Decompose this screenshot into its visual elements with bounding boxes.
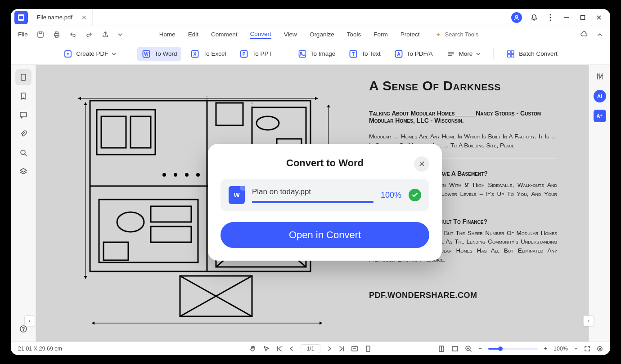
svg-rect-37 [20,112,27,117]
prev-page-icon[interactable] [289,346,294,351]
svg-point-78 [601,75,603,76]
first-page-icon[interactable] [276,346,283,352]
zoom-dropdown-icon[interactable] [574,347,578,351]
app-logo-icon [14,11,28,24]
to-pdfa-button[interactable]: A To PDF/A [390,47,437,61]
thumbnails-icon[interactable] [15,69,32,85]
right-sidebar: AI A⁺ [589,65,610,342]
bookmarks-icon[interactable] [15,88,32,104]
comments-icon[interactable] [15,107,32,123]
svg-text:T: T [352,52,355,57]
svg-rect-23 [299,50,306,57]
view-mode-icon[interactable] [451,345,459,352]
window-close-icon[interactable] [595,13,603,22]
svg-point-76 [597,75,598,76]
svg-point-4 [550,17,551,18]
menu-organize[interactable]: Organize [310,30,334,39]
zoom-minus-icon[interactable]: − [478,346,482,352]
to-text-label: To Text [361,50,381,57]
more-button[interactable]: More [442,47,486,61]
read-mode-icon[interactable] [438,345,445,352]
share-icon[interactable] [102,31,109,38]
to-image-label: To Image [310,50,336,57]
to-ppt-button[interactable]: P To PPT [235,47,276,61]
window-minimize-icon[interactable] [562,13,571,22]
quick-dropdown-icon[interactable] [118,32,122,37]
search-sidebar-icon[interactable] [15,145,32,161]
menu-comment[interactable]: Comment [211,30,238,39]
svg-rect-82 [366,346,370,351]
menu-edit[interactable]: Edit [188,30,198,39]
svg-point-53 [117,212,144,232]
settings-gear-icon[interactable] [597,346,603,352]
sidebar-collapse-right-icon[interactable]: › [583,315,594,326]
menu-tools[interactable]: Tools [347,30,361,39]
save-icon[interactable] [37,31,44,38]
zoom-plus-icon[interactable]: + [544,346,547,352]
window-maximize-icon[interactable] [579,13,587,22]
document-tab[interactable]: File name.pdf ✕ [32,9,93,26]
fullscreen-icon[interactable] [584,346,590,352]
bell-icon[interactable] [530,13,538,22]
file-menu[interactable]: File [18,31,28,38]
tab-close-icon[interactable]: ✕ [81,14,87,21]
menu-protect[interactable]: Protect [400,30,420,39]
batch-convert-button[interactable]: Batch Convert [502,47,562,61]
open-in-convert-button[interactable]: Open in Convert [220,222,429,248]
select-tool-icon[interactable] [263,345,270,352]
redo-icon[interactable] [86,31,93,38]
fit-page-icon[interactable] [364,345,372,352]
svg-rect-34 [508,54,510,57]
adjust-icon[interactable] [594,70,606,83]
zoom-slider[interactable] [488,348,538,350]
to-word-button[interactable]: W To Word [137,47,181,61]
page-dimensions: 21.01 X 29.69 cm [18,346,62,352]
menu-form[interactable]: Form [374,30,388,39]
tab-filename: File name.pdf [37,14,72,21]
menu-bar: File Home Edit Comment Convert View Orga… [11,26,610,43]
attachments-icon[interactable] [15,126,32,142]
menu-convert[interactable]: Convert [250,30,271,39]
modal-filename: Plan on today.ppt [252,187,374,196]
modal-close-icon[interactable]: ✕ [414,156,429,172]
svg-rect-10 [38,32,43,37]
last-page-icon[interactable] [338,346,345,352]
translate-icon[interactable]: A⁺ [594,110,606,122]
search-tools-input[interactable] [445,31,490,38]
svg-line-39 [25,154,27,156]
batch-convert-label: Batch Convert [519,50,558,57]
undo-icon[interactable] [69,31,76,38]
chevron-up-icon[interactable] [597,31,603,38]
zoom-value[interactable]: 100% [554,346,568,352]
modal-title: Convert to Word [286,157,364,169]
hand-tool-icon[interactable] [249,345,256,352]
to-excel-button[interactable]: X To Excel [186,47,230,61]
page-indicator[interactable]: 1/1 [301,344,320,353]
layers-icon[interactable] [15,164,32,180]
print-icon[interactable] [53,31,60,38]
menu-view[interactable]: View [284,30,297,39]
to-image-button[interactable]: To Image [293,47,340,61]
menu-home[interactable]: Home [159,30,176,39]
svg-point-2 [516,15,518,18]
kebab-menu-icon[interactable] [546,13,554,22]
svg-point-24 [300,52,302,53]
word-file-icon: W [229,186,245,204]
cloud-sync-icon[interactable] [580,31,588,39]
next-page-icon[interactable] [327,346,332,351]
svg-point-91 [599,348,601,349]
svg-line-87 [470,350,471,351]
to-text-button[interactable]: T To Text [344,47,385,61]
sparkle-icon: ✦ [436,31,441,38]
fit-width-icon[interactable] [351,345,358,352]
progress-bar [252,201,374,203]
create-pdf-button[interactable]: Create PDF [59,47,121,61]
convert-toolbar: Create PDF W To Word X To Excel P To PPT… [11,43,610,65]
ai-icon[interactable]: AI [594,90,606,102]
chevron-down-icon [476,52,481,56]
app-window: File name.pdf ✕ File [11,9,610,355]
to-ppt-label: To PPT [252,50,272,57]
zoom-in-icon[interactable] [465,345,472,352]
sidebar-collapse-left-icon[interactable]: ‹ [24,315,35,326]
user-avatar-icon[interactable] [511,12,522,23]
